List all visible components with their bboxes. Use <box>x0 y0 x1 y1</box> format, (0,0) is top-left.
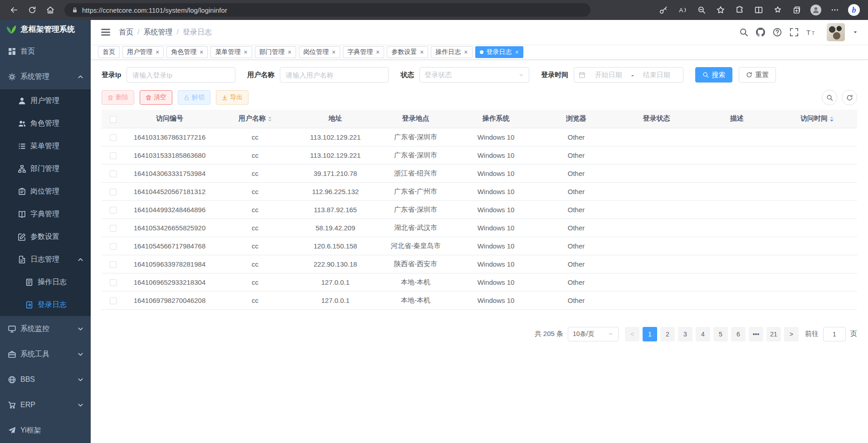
status-select[interactable]: 登录状态 <box>419 67 529 83</box>
row-checkbox[interactable] <box>110 261 117 268</box>
show-search-toggle-button[interactable] <box>822 90 837 105</box>
delete-button[interactable]: 删除 <box>102 90 134 105</box>
tab-role-mgmt[interactable]: 角色管理× <box>166 46 208 58</box>
sidebar-item-login-log[interactable]: 登录日志 <box>0 293 91 316</box>
tab-login-log[interactable]: 登录日志× <box>475 46 523 58</box>
column-header[interactable]: 用户名称 <box>215 110 295 128</box>
tab-user-mgmt[interactable]: 用户管理× <box>122 46 164 58</box>
sidebar-item-user-mgmt[interactable]: 用户管理 <box>0 89 91 112</box>
sidebar-item-home[interactable]: 首页 <box>0 39 91 64</box>
favorites-icon[interactable] <box>712 2 729 18</box>
sidebar-item-erp[interactable]: ERP <box>0 392 91 418</box>
row-checkbox[interactable] <box>110 225 117 232</box>
row-checkbox[interactable] <box>110 207 117 214</box>
pagination-page-5[interactable]: 5 <box>713 327 728 341</box>
tab-post-mgmt[interactable]: 岗位管理× <box>299 46 340 58</box>
sort-carets-icon[interactable] <box>268 117 272 122</box>
sidebar-item-yi-framework[interactable]: Yi框架 <box>0 418 91 443</box>
tab-close-icon[interactable]: × <box>464 49 468 55</box>
app-logo[interactable]: 意框架管理系统 <box>0 20 91 39</box>
tab-param-settings[interactable]: 参数设置× <box>387 46 428 58</box>
sidebar-item-post-mgmt[interactable]: 岗位管理 <box>0 180 91 203</box>
zoom-out-icon[interactable] <box>693 2 710 18</box>
sidebar-item-system-mgmt[interactable]: 系统管理 <box>0 64 91 89</box>
page-size-select[interactable]: 10条/页 <box>568 327 619 341</box>
refresh-table-button[interactable] <box>842 90 857 105</box>
pagination-page-4[interactable]: 4 <box>696 327 710 341</box>
column-header[interactable]: 访问时间 <box>777 110 857 128</box>
sidebar-item-system-monitor[interactable]: 系统监控 <box>0 316 91 341</box>
pagination-page-2[interactable]: 2 <box>660 327 675 341</box>
copilot-icon[interactable]: b <box>845 2 863 18</box>
collections-icon[interactable] <box>788 2 805 18</box>
user-name-input[interactable] <box>280 67 389 83</box>
tab-close-icon[interactable]: × <box>515 49 519 55</box>
split-screen-icon[interactable] <box>750 2 767 18</box>
read-aloud-icon[interactable]: A <box>674 2 691 18</box>
sidebar-item-dict-mgmt[interactable]: 字典管理 <box>0 203 91 225</box>
tab-close-icon[interactable]: × <box>288 49 292 55</box>
search-icon[interactable] <box>739 28 748 37</box>
tab-dict-mgmt[interactable]: 字典管理× <box>343 46 384 58</box>
sidebar-toggle-button[interactable] <box>101 27 111 37</box>
sidebar-item-system-tools[interactable]: 系统工具 <box>0 341 91 367</box>
row-checkbox[interactable] <box>110 243 117 250</box>
select-all-checkbox[interactable] <box>110 116 117 123</box>
pagination-goto-input[interactable] <box>823 327 846 341</box>
row-checkbox[interactable] <box>110 170 117 177</box>
breadcrumb-item[interactable]: 首页 <box>119 28 133 37</box>
pagination-page-6[interactable]: 6 <box>731 327 746 341</box>
breadcrumb-item[interactable]: 系统管理 <box>143 28 172 37</box>
row-checkbox[interactable] <box>110 279 117 286</box>
row-checkbox[interactable] <box>110 152 117 159</box>
tab-home[interactable]: 首页 <box>98 46 120 58</box>
tab-dept-mgmt[interactable]: 部门管理× <box>255 46 296 58</box>
tab-menu-mgmt[interactable]: 菜单管理× <box>210 46 252 58</box>
pagination-page-3[interactable]: 3 <box>678 327 692 341</box>
font-size-icon[interactable]: TT <box>806 28 815 37</box>
sidebar-item-dept-mgmt[interactable]: 部门管理 <box>0 157 91 180</box>
clear-button[interactable]: 清空 <box>140 90 172 105</box>
sidebar-item-bbs[interactable]: BBS <box>0 367 91 392</box>
fullscreen-icon[interactable] <box>790 28 799 37</box>
sidebar-item-operation-log[interactable]: 操作日志 <box>0 271 91 293</box>
tab-close-icon[interactable]: × <box>200 49 203 55</box>
login-time-range-picker[interactable]: 开始日期 - 结束日期 <box>574 67 683 83</box>
github-icon[interactable] <box>756 28 765 37</box>
tab-close-icon[interactable]: × <box>244 49 247 55</box>
favorites-bar-icon[interactable] <box>769 2 786 18</box>
pagination-next-button[interactable]: > <box>784 327 799 341</box>
question-icon[interactable] <box>773 28 782 37</box>
pagination-ellipsis[interactable]: ••• <box>749 327 763 341</box>
export-button[interactable]: 导出 <box>216 90 249 105</box>
sidebar-item-log-mgmt[interactable]: 日志管理 <box>0 248 91 271</box>
browser-back-button[interactable] <box>5 2 23 18</box>
more-icon[interactable] <box>826 2 844 18</box>
sort-carets-icon[interactable] <box>830 117 834 122</box>
pagination-page-1[interactable]: 1 <box>643 327 657 341</box>
tab-close-icon[interactable]: × <box>420 49 424 55</box>
login-ip-input[interactable] <box>127 67 235 83</box>
row-checkbox[interactable] <box>110 134 117 141</box>
tab-close-icon[interactable]: × <box>376 49 380 55</box>
key-icon[interactable] <box>655 2 672 18</box>
pagination-page-21[interactable]: 21 <box>766 327 781 341</box>
tab-operation-log[interactable]: 操作日志× <box>431 46 472 58</box>
sidebar-item-menu-mgmt[interactable]: 菜单管理 <box>0 135 91 157</box>
browser-home-button[interactable] <box>42 2 59 18</box>
search-button[interactable]: 搜索 <box>695 67 732 83</box>
tab-close-icon[interactable]: × <box>332 49 336 55</box>
address-bar[interactable]: https://ccnetcore.com:1101/system/log/lo… <box>64 3 590 17</box>
row-checkbox[interactable] <box>110 297 117 304</box>
unlock-button[interactable]: 解锁 <box>178 90 210 105</box>
row-checkbox[interactable] <box>110 189 117 195</box>
pagination-prev-button[interactable]: < <box>625 327 639 341</box>
reset-button[interactable]: 重置 <box>739 67 776 83</box>
tab-close-icon[interactable]: × <box>156 49 159 55</box>
browser-refresh-button[interactable] <box>24 2 41 18</box>
browser-profile-avatar[interactable] <box>807 2 824 18</box>
sidebar-item-param-settings[interactable]: 参数设置 <box>0 225 91 248</box>
user-avatar[interactable] <box>827 23 845 41</box>
sidebar-item-role-mgmt[interactable]: 角色管理 <box>0 112 91 135</box>
extensions-icon[interactable] <box>731 2 748 18</box>
